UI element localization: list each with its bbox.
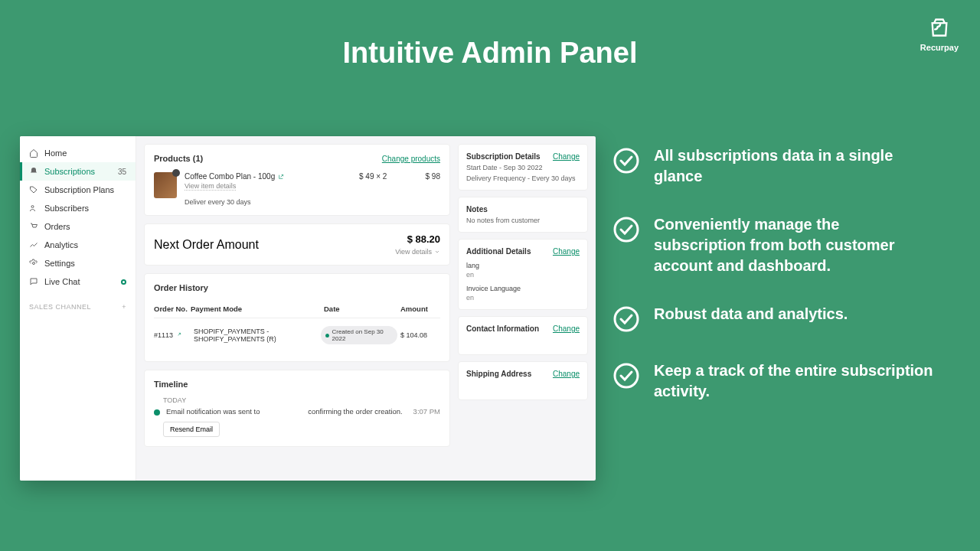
detail-key: lang bbox=[466, 262, 580, 269]
feature-text: Robust data and analytics. bbox=[654, 304, 848, 324]
analytics-icon bbox=[29, 240, 38, 249]
chat-icon bbox=[29, 277, 38, 286]
sidebar-item-subscriptions[interactable]: Subscriptions35 bbox=[20, 162, 136, 181]
svg-point-2 bbox=[615, 308, 638, 331]
feature-text: Keep a track of the entire subscription … bbox=[654, 360, 934, 402]
check-icon bbox=[612, 216, 640, 243]
next-order-amount: $ 88.20 bbox=[395, 233, 440, 245]
sidebar-item-label: Analytics bbox=[44, 240, 78, 249]
change-products-link[interactable]: Change products bbox=[382, 155, 440, 163]
svg-point-5 bbox=[33, 262, 35, 265]
svg-point-4 bbox=[31, 206, 34, 208]
sidebar-item-orders[interactable]: Orders bbox=[20, 217, 136, 236]
check-icon bbox=[612, 305, 640, 333]
cart-icon bbox=[29, 222, 38, 231]
view-details-link[interactable]: View details bbox=[395, 248, 440, 256]
brand-logo: Recurpay bbox=[920, 17, 959, 52]
product-thumbnail bbox=[154, 172, 177, 198]
sidebar-item-label: Settings bbox=[44, 259, 75, 268]
sidebar-item-home[interactable]: Home bbox=[20, 144, 136, 162]
timeline-title: Timeline bbox=[154, 380, 188, 389]
page-title: Intuitive Admin Panel bbox=[0, 37, 980, 70]
timeline-today-label: TODAY bbox=[163, 396, 440, 404]
col-payment-mode: Payment Mode bbox=[191, 305, 324, 313]
contact-info-card: Contact InformationChange bbox=[458, 316, 588, 355]
col-amount: Amount bbox=[400, 305, 440, 313]
notes-card: Notes No notes from customer bbox=[458, 197, 588, 233]
sidebar-item-label: Live Chat bbox=[44, 277, 80, 286]
sidebar-item-label: Subscription Plans bbox=[44, 185, 114, 194]
sidebar-item-label: Subscriptions bbox=[44, 167, 95, 176]
svg-point-0 bbox=[615, 149, 638, 172]
sidebar-item-livechat[interactable]: Live Chat bbox=[20, 272, 136, 291]
add-channel-button[interactable]: + bbox=[122, 303, 126, 311]
subscription-icon bbox=[29, 167, 38, 176]
sidebar: Home Subscriptions35 Subscription Plans … bbox=[20, 136, 136, 481]
change-link[interactable]: Change bbox=[553, 247, 580, 256]
products-card: Products (1)Change products Coffee Combo… bbox=[144, 144, 450, 216]
detail-value: en bbox=[466, 294, 580, 302]
sidebar-item-plans[interactable]: Subscription Plans bbox=[20, 181, 136, 199]
sidebar-item-analytics[interactable]: Analytics bbox=[20, 236, 136, 254]
line-total: $ 98 bbox=[410, 172, 440, 181]
delivery-frequency: Delivery Frequency - Every 30 days bbox=[466, 174, 580, 182]
svg-point-3 bbox=[615, 364, 638, 387]
view-item-details-link[interactable]: View item details bbox=[185, 182, 236, 191]
change-link[interactable]: Change bbox=[553, 324, 580, 333]
shipping-address-card: Shipping AddressChange bbox=[458, 361, 588, 400]
next-order-label: Next Order Amount bbox=[154, 238, 259, 252]
sales-channel-header: SALES CHANNEL+ bbox=[20, 291, 136, 311]
timeline-dot-icon bbox=[154, 409, 160, 416]
users-icon bbox=[29, 204, 38, 213]
tag-icon bbox=[29, 185, 38, 194]
gear-icon bbox=[29, 259, 38, 268]
additional-details-card: Additional DetailsChange lang en Invoice… bbox=[458, 239, 588, 310]
card-heading: Shipping Address bbox=[466, 370, 531, 378]
payment-mode: SHOPIFY_PAYMENTS - SHOPIFY_PAYMENTS (R) bbox=[194, 328, 318, 343]
check-icon bbox=[612, 147, 640, 174]
timeline-event: Email notification was sent to confirmin… bbox=[166, 407, 407, 416]
brand-name: Recurpay bbox=[920, 43, 959, 52]
product-name: Coffee Combo Plan - 100g bbox=[185, 172, 275, 181]
card-heading: Subscription Details bbox=[466, 152, 541, 161]
sidebar-item-label: Home bbox=[44, 148, 67, 158]
col-date: Date bbox=[324, 305, 400, 313]
next-order-card: Next Order Amount $ 88.20 View details bbox=[144, 223, 450, 266]
sidebar-item-label: Orders bbox=[44, 222, 70, 231]
detail-key: Invoice Language bbox=[466, 285, 580, 292]
resend-email-button[interactable]: Resend Email bbox=[163, 422, 220, 437]
svg-point-1 bbox=[615, 218, 638, 241]
unit-price: $ 49 × 2 bbox=[359, 172, 402, 181]
admin-panel: Home Subscriptions35 Subscription Plans … bbox=[20, 136, 596, 481]
card-heading: Notes bbox=[466, 205, 488, 214]
external-link-icon[interactable] bbox=[175, 332, 181, 338]
sidebar-item-subscribers[interactable]: Subscribers bbox=[20, 199, 136, 217]
start-date: Start Date - Sep 30 2022 bbox=[466, 164, 580, 171]
change-link[interactable]: Change bbox=[553, 152, 580, 161]
badge: 35 bbox=[118, 168, 126, 176]
feature-text: Conveniently manage the subscription fro… bbox=[654, 214, 934, 276]
feature-text: All subscriptions data in a single glanc… bbox=[654, 145, 934, 187]
card-heading: Contact Information bbox=[466, 324, 539, 333]
home-icon bbox=[29, 148, 38, 158]
order-number[interactable]: #1113 bbox=[154, 331, 173, 339]
order-history-title: Order History bbox=[154, 283, 208, 292]
col-order-no: Order No. bbox=[154, 305, 191, 313]
notes-body: No notes from customer bbox=[466, 217, 580, 224]
timeline-card: Timeline TODAY Email notification was se… bbox=[144, 370, 450, 447]
order-history-card: Order History Order No. Payment Mode Dat… bbox=[144, 273, 450, 362]
subscription-details-card: Subscription DetailsChange Start Date - … bbox=[458, 144, 588, 191]
sidebar-item-label: Subscribers bbox=[44, 204, 89, 213]
external-link-icon[interactable] bbox=[278, 174, 284, 180]
products-title: Products (1) bbox=[154, 154, 203, 163]
order-row: #1113 SHOPIFY_PAYMENTS - SHOPIFY_PAYMENT… bbox=[154, 318, 440, 352]
sidebar-item-settings[interactable]: Settings bbox=[20, 254, 136, 272]
date-pill: Created on Sep 30 2022 bbox=[321, 326, 397, 344]
status-dot-icon bbox=[325, 334, 329, 337]
feature-list: All subscriptions data in a single glanc… bbox=[612, 145, 934, 429]
check-icon bbox=[612, 362, 640, 390]
card-heading: Additional Details bbox=[466, 247, 531, 256]
order-amount: $ 104.08 bbox=[400, 331, 440, 339]
delivery-frequency: Deliver every 30 days bbox=[185, 198, 351, 206]
change-link[interactable]: Change bbox=[553, 370, 580, 378]
